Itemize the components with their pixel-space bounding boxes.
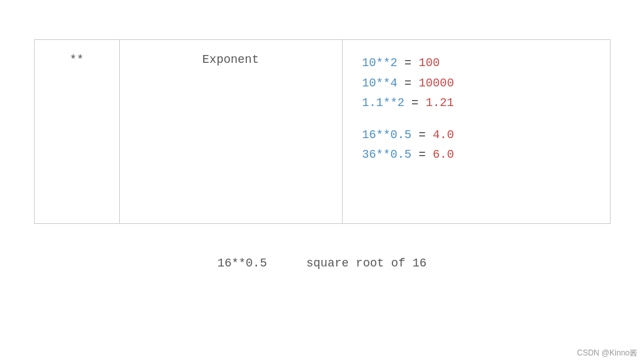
eq-4: =: [411, 128, 432, 141]
eq-2: =: [398, 77, 419, 90]
bottom-description: 16**0.5 square root of 16: [218, 257, 426, 270]
example-line-1: 10**2 = 100: [362, 53, 590, 73]
operator-cell: **: [35, 40, 120, 223]
watermark: CSDN @Kinno酱: [577, 348, 637, 359]
expr-1: 10**2: [362, 56, 398, 69]
res-1: 100: [419, 56, 440, 69]
expr-4: 16**0.5: [362, 128, 412, 141]
examples-cell: 10**2 = 100 10**4 = 10000 1.1**2 = 1.21 …: [343, 40, 610, 223]
bottom-code: 16**0.5: [218, 257, 267, 270]
expr-3: 1.1**2: [362, 96, 405, 109]
eq-5: =: [411, 148, 432, 161]
operators-table: ** Exponent 10**2 = 100 10**4 = 10000 1.…: [34, 39, 611, 224]
example-line-4: 16**0.5 = 4.0: [362, 125, 590, 145]
example-line-5: 36**0.5 = 6.0: [362, 145, 590, 165]
spacer: [362, 113, 590, 125]
operator-symbol: **: [69, 53, 84, 66]
name-cell: Exponent: [120, 40, 343, 223]
example-line-3: 1.1**2 = 1.21: [362, 93, 590, 113]
operator-name: Exponent: [202, 53, 259, 66]
res-5: 6.0: [433, 148, 454, 161]
expr-2: 10**4: [362, 77, 398, 90]
bottom-desc: square root of 16: [306, 257, 426, 270]
res-3: 1.21: [426, 96, 454, 109]
eq-1: =: [398, 56, 419, 69]
table-row: ** Exponent 10**2 = 100 10**4 = 10000 1.…: [35, 40, 610, 223]
expr-5: 36**0.5: [362, 148, 412, 161]
res-2: 10000: [419, 77, 454, 90]
res-4: 4.0: [433, 128, 454, 141]
page-container: ** Exponent 10**2 = 100 10**4 = 10000 1.…: [0, 0, 644, 364]
eq-3: =: [404, 96, 425, 109]
example-line-2: 10**4 = 10000: [362, 73, 590, 94]
